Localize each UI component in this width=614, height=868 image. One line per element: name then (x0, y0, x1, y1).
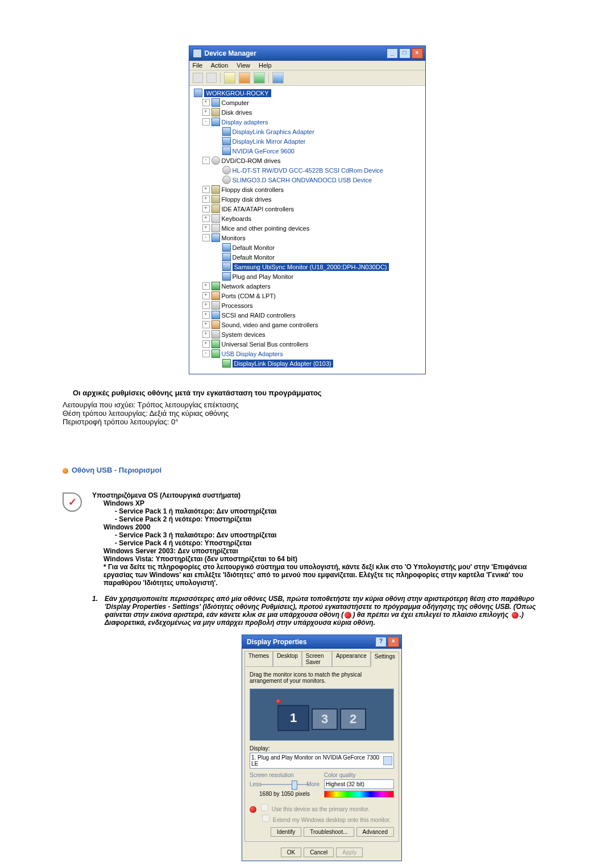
tree-item[interactable]: Floppy disk drives (222, 196, 272, 203)
cd-icon (222, 176, 231, 184)
dropdown-value: Highest (32 bit) (326, 781, 392, 787)
resolution-slider[interactable]: Less More (250, 779, 320, 790)
cancel-button[interactable]: Cancel (304, 848, 334, 857)
sound-icon (211, 320, 220, 329)
tree-item[interactable]: Default Monitor (233, 244, 275, 251)
toolbar-btn-1[interactable] (224, 72, 235, 84)
apply-button[interactable]: Apply (336, 848, 363, 857)
red-dot-icon (250, 806, 256, 813)
tree-item[interactable]: DVD/CD-ROM drives (222, 157, 281, 164)
tree-item[interactable]: Sound, video and game controllers (222, 322, 318, 328)
minimize-button[interactable]: _ (387, 48, 398, 59)
advanced-button[interactable]: Advanced (356, 827, 394, 837)
menu-view[interactable]: View (237, 62, 250, 69)
display-icon (222, 147, 231, 155)
identify-button[interactable]: Identify (271, 827, 301, 837)
tree-item[interactable]: Floppy disk controllers (222, 186, 284, 193)
expand-icon[interactable]: + (202, 340, 210, 348)
expand-icon[interactable]: + (202, 302, 210, 309)
display-icon (211, 118, 220, 126)
expand-icon[interactable]: + (202, 224, 210, 232)
os-item: Windows Server 2003: Δεν υποστηρίζεται (103, 547, 551, 555)
extend-desktop-checkbox[interactable] (262, 815, 269, 822)
tree-item[interactable]: SCSI and RAID controllers (222, 312, 296, 319)
tab-desktop[interactable]: Desktop (273, 651, 302, 666)
tree-item[interactable]: Processors (222, 302, 253, 309)
display-dropdown[interactable]: 1. Plug and Play Monitor on NVIDIA GeFor… (250, 753, 394, 769)
tree-item[interactable]: Universal Serial Bus controllers (222, 341, 309, 348)
tree-item[interactable]: USB Display Adapters (222, 350, 283, 357)
os-item: Windows 2000 (103, 523, 551, 531)
tree-item[interactable]: Keyboards (222, 215, 252, 222)
expand-icon[interactable]: + (202, 311, 210, 319)
tab-screensaver[interactable]: Screen Saver (302, 651, 332, 666)
toolbar-btn-2[interactable] (239, 72, 250, 84)
tree-item[interactable]: Network adapters (222, 283, 271, 290)
body-text: Περιστροφή τρόπου λειτουργίας: 0° (63, 418, 551, 426)
tree-root[interactable]: WORKGROU-ROCKY (204, 89, 271, 97)
close-button[interactable]: × (388, 637, 399, 647)
tree-item[interactable]: DisplayLink Mirror Adapter (233, 138, 306, 145)
screen-res-label: Screen resolution (250, 772, 320, 778)
tree-item[interactable]: System devices (222, 331, 265, 338)
expand-icon[interactable]: + (202, 282, 210, 290)
color-quality-dropdown[interactable]: Highest (32 bit) (324, 779, 394, 789)
toolbar-btn-4[interactable] (272, 72, 284, 84)
tree-item[interactable]: IDE ATA/ATAPI controllers (222, 206, 294, 212)
tree-item-selected[interactable]: DisplayLink Display Adapter (0103) (233, 360, 333, 368)
menu-help[interactable]: Help (259, 62, 272, 69)
maximize-button[interactable]: □ (399, 48, 410, 59)
tab-themes[interactable]: Themes (244, 651, 273, 666)
toolbar-btn-3[interactable] (254, 72, 265, 84)
forward-button[interactable] (206, 73, 217, 83)
collapse-icon[interactable]: - (202, 350, 210, 357)
ok-button[interactable]: OK (281, 848, 301, 857)
window-titlebar[interactable]: Device Manager _ □ × (189, 46, 425, 61)
monitor-preview[interactable]: 1 3 2 (250, 688, 394, 741)
expand-icon[interactable]: + (202, 195, 210, 203)
expand-icon[interactable]: + (202, 215, 210, 222)
monitor-3[interactable]: 3 (312, 708, 338, 730)
tab-appearance[interactable]: Appearance (332, 651, 371, 666)
tree-item[interactable]: DisplayLink Graphics Adapter (233, 128, 314, 135)
os-item: Windows Vista: Υποστηρίζεται (δεν υποστη… (103, 555, 551, 563)
window-titlebar[interactable]: Display Properties ? × (242, 635, 401, 649)
monitor-2[interactable]: 2 (340, 708, 366, 730)
collapse-icon[interactable]: - (202, 118, 210, 126)
tree-item[interactable]: Monitors (222, 235, 246, 241)
troubleshoot-button[interactable]: Troubleshoot... (304, 827, 354, 837)
expand-icon[interactable]: + (202, 186, 210, 193)
monitor-1[interactable]: 1 (277, 705, 309, 731)
tree-item[interactable]: Ports (COM & LPT) (222, 293, 276, 299)
collapse-icon[interactable]: - (202, 234, 210, 241)
expand-icon[interactable]: + (202, 205, 210, 212)
tree-item[interactable]: Plug and Play Monitor (233, 273, 294, 280)
expand-icon[interactable]: + (202, 321, 210, 328)
tree-item[interactable]: SLIMGO3.D SACRH ONDVANDOCD USB Device (233, 177, 372, 183)
tree-item[interactable]: Computer (222, 99, 249, 106)
tree-item[interactable]: Mice and other pointing devices (222, 225, 310, 232)
tree-item[interactable]: HL-DT-ST RW/DVD GCC-4522B SCSI CdRom Dev… (233, 167, 384, 174)
tree-item-selected[interactable]: Samsung UbiSync Monitor (U18_2000:DPH-JN… (233, 263, 389, 271)
device-tree: WORKGROU-ROCKY +Computer +Disk drives -D… (189, 86, 425, 374)
expand-icon[interactable]: + (202, 99, 210, 106)
expand-icon[interactable]: + (202, 331, 210, 338)
tree-item[interactable]: Display adapters (222, 119, 268, 126)
tree-item[interactable]: Disk drives (222, 109, 252, 116)
primary-monitor-checkbox[interactable] (261, 804, 268, 811)
usb-icon (222, 359, 231, 368)
expand-icon[interactable]: + (202, 108, 210, 116)
menu-file[interactable]: File (193, 62, 203, 69)
back-button[interactable] (193, 73, 203, 83)
help-button[interactable]: ? (375, 637, 387, 647)
expand-icon[interactable]: + (202, 292, 210, 299)
bullet-icon (63, 468, 68, 474)
tree-item[interactable]: Default Monitor (233, 254, 275, 261)
tree-item[interactable]: NVIDIA GeForce 9600 (233, 148, 294, 155)
tab-settings[interactable]: Settings (371, 652, 399, 667)
menu-action[interactable]: Action (211, 62, 229, 69)
tab-bar: Themes Desktop Screen Saver Appearance S… (242, 649, 401, 666)
collapse-icon[interactable]: - (202, 157, 210, 164)
close-button[interactable]: × (412, 48, 423, 59)
display-label: Display: (250, 745, 394, 752)
